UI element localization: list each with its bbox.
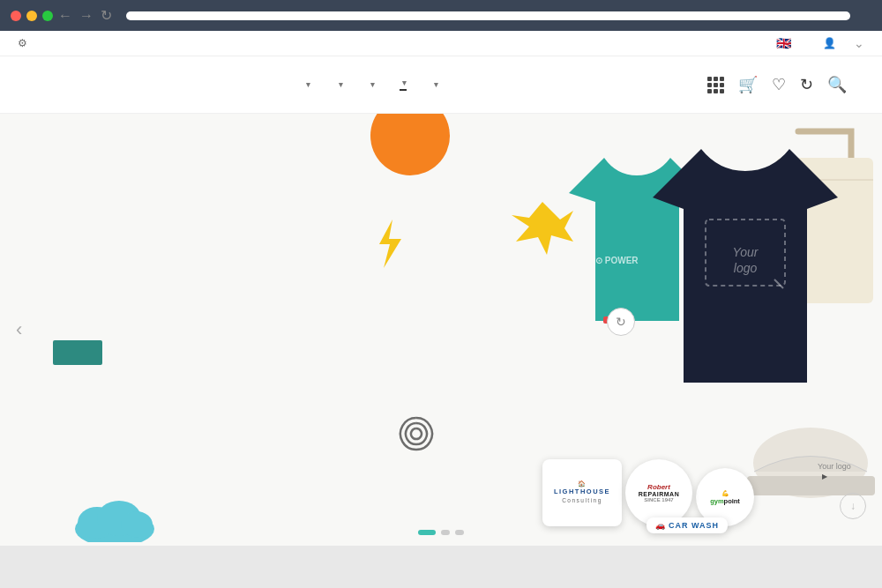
lighthouse-sticker: 🏠 LIGHTHOUSEConsulting [542,459,622,526]
nav-item-vendors[interactable]: ▾ [431,80,438,89]
grid-view-icon[interactable] [707,77,724,93]
browser-titlebar: ← → ↻ [0,0,882,31]
refresh-icon[interactable]: ↻ [607,308,635,336]
user-icon: 👤 [823,37,836,49]
shop-now-button[interactable] [53,340,102,365]
flag-icon: 🇬🇧 [776,36,791,50]
announcement-bar: ⚙ 🇬🇧 👤 ⌄ [0,31,882,56]
main-navigation: ▾ ▾ ▾ ▾ ▾ [303,78,439,91]
settings-icon: ⚙ [18,37,27,49]
maximize-button[interactable] [42,11,53,21]
forward-button[interactable]: → [79,8,93,24]
announcement-right: 🇬🇧 👤 ⌄ [776,36,864,50]
navy-sweatshirt: Your logo [653,149,838,383]
compare-icon[interactable]: ↻ [800,75,813,94]
hero-dot-3[interactable] [455,530,464,535]
nav-item-home[interactable]: ▾ [303,80,310,89]
search-icon[interactable]: 🔍 [827,75,847,94]
nav-item-pages[interactable]: ▾ [400,78,407,91]
repair-sticker: Robert REPAIRMAN SINCE 1947 [625,459,692,526]
main-header: ▾ ▾ ▾ ▾ ▾ 🛒 ♡ ↻ [0,56,882,114]
hero-pagination-dots [418,530,464,535]
orange-circle-decoration [370,114,450,175]
header-icons: 🛒 ♡ ↻ 🔍 [707,75,847,94]
cart-icon[interactable]: 🛒 [738,75,758,94]
hero-section: ‹ ⊙ POWER Your logo [0,114,882,546]
login-link[interactable]: 👤 [823,37,840,49]
topbar-toggle-icon[interactable]: ⌄ [854,36,864,50]
spiral-decoration [388,406,445,475]
hero-dot-1[interactable] [418,530,436,535]
hero-content [0,294,155,365]
star-decoration [512,202,573,265]
reload-button[interactable]: ↻ [101,7,112,24]
svg-text:Your: Your [733,245,759,259]
svg-text:logo: logo [734,261,758,275]
lightning-bolt-decoration [370,220,406,276]
svg-marker-1 [512,202,573,255]
hero-dot-2[interactable] [441,530,450,535]
nav-item-shop[interactable]: ▾ [336,80,343,89]
chevron-down-icon: ▾ [339,80,343,89]
svg-marker-0 [379,220,401,268]
hero-prev-arrow[interactable]: ‹ [16,318,22,341]
language-selector[interactable]: 🇬🇧 [776,36,795,50]
cloud-decoration [71,489,159,546]
svg-point-5 [121,511,153,538]
chevron-down-icon: ▾ [434,80,438,89]
chevron-down-icon: ▾ [402,78,407,87]
back-button[interactable]: ← [58,8,72,24]
wishlist-icon[interactable]: ♡ [772,75,786,94]
nav-item-elements[interactable]: ▾ [368,80,375,89]
svg-text:▶: ▶ [822,473,828,480]
announcement-left: ⚙ [18,37,33,49]
svg-text:⊙ POWER: ⊙ POWER [595,256,639,265]
close-button[interactable] [11,11,21,21]
stickers-group: 🏠 LIGHTHOUSEConsulting Robert REPAIRMAN … [542,459,754,526]
hero-products-area: ⊙ POWER Your logo [503,114,882,546]
browser-window: ← → ↻ [0,0,882,31]
chevron-down-icon: ▾ [306,80,310,89]
browser-nav: ← → ↻ [58,7,112,24]
carwash-sticker: 🚗 CAR WASH [647,517,729,533]
chevron-down-icon: ▾ [370,80,375,89]
svg-text:Your logo: Your logo [818,462,851,471]
minimize-button[interactable] [26,11,37,21]
address-bar[interactable] [126,11,850,20]
scroll-down-button[interactable]: ↓ [840,493,866,519]
